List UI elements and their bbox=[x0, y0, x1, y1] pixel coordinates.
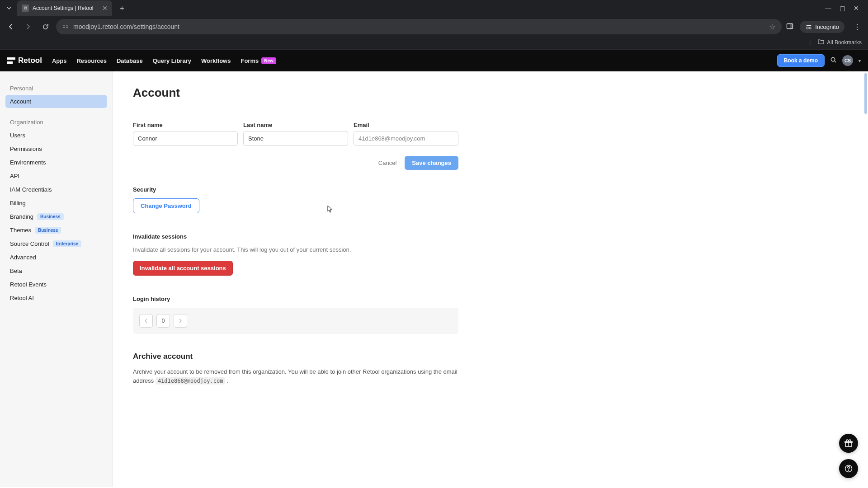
folder-icon bbox=[818, 39, 824, 46]
first-name-input[interactable] bbox=[133, 131, 238, 146]
sidebar-item-branding[interactable]: Branding Business bbox=[5, 210, 107, 223]
sidebar-item-themes[interactable]: Themes Business bbox=[5, 224, 107, 237]
name-email-row: First name Last name Email bbox=[133, 122, 458, 146]
nav-apps[interactable]: Apps bbox=[52, 57, 67, 64]
change-password-button[interactable]: Change Password bbox=[133, 198, 199, 213]
nav-query-library[interactable]: Query Library bbox=[153, 57, 191, 64]
nav-forward-button[interactable] bbox=[22, 20, 34, 33]
sidebar-item-iam-credentials[interactable]: IAM Credentials bbox=[5, 183, 107, 196]
settings-content: Account First name Last name Email Cance… bbox=[113, 71, 868, 487]
logo-mark-icon bbox=[7, 57, 15, 64]
address-bar: moodjoy1.retool.com/settings/account ☆ I… bbox=[0, 16, 868, 37]
minimize-button[interactable]: — bbox=[825, 5, 831, 12]
logo-text: Retool bbox=[18, 56, 42, 65]
help-fab[interactable] bbox=[839, 459, 858, 478]
invalidate-sessions-desc: Invalidate all sessions for your account… bbox=[133, 245, 458, 254]
chevron-right-icon bbox=[179, 319, 182, 323]
incognito-icon bbox=[805, 24, 812, 29]
sidebar-item-beta[interactable]: Beta bbox=[5, 264, 107, 277]
save-changes-button[interactable]: Save changes bbox=[405, 156, 458, 170]
url-field[interactable]: moodjoy1.retool.com/settings/account ☆ bbox=[56, 19, 782, 34]
svg-point-7 bbox=[809, 27, 811, 29]
sidebar-item-retool-events[interactable]: Retool Events bbox=[5, 278, 107, 291]
sidebar-item-source-control[interactable]: Source Control Enterprise bbox=[5, 237, 107, 250]
nav-reload-button[interactable] bbox=[39, 20, 52, 33]
sidebar-item-permissions[interactable]: Permissions bbox=[5, 142, 107, 155]
close-window-button[interactable]: ✕ bbox=[854, 5, 859, 12]
gift-fab[interactable] bbox=[839, 434, 858, 453]
side-panel-icon[interactable] bbox=[786, 23, 793, 31]
avatar[interactable]: CS bbox=[842, 55, 853, 66]
sidebar-item-account[interactable]: Account bbox=[5, 95, 107, 108]
invalidate-sessions-heading: Invalidate sessions bbox=[133, 233, 458, 240]
pager-prev-button[interactable] bbox=[139, 314, 153, 328]
tab-strip: ⧉ Account Settings | Retool ✕ ＋ — ▢ ✕ bbox=[0, 0, 868, 16]
scrollbar-thumb[interactable] bbox=[864, 73, 867, 114]
login-history-heading: Login history bbox=[133, 296, 458, 302]
first-name-label: First name bbox=[133, 122, 238, 128]
book-demo-button[interactable]: Book a demo bbox=[777, 54, 825, 67]
browser-chrome: ⧉ Account Settings | Retool ✕ ＋ — ▢ ✕ mo… bbox=[0, 0, 868, 50]
svg-rect-2 bbox=[63, 27, 65, 28]
tab-close-button[interactable]: ✕ bbox=[102, 5, 108, 12]
site-settings-icon[interactable] bbox=[62, 23, 69, 31]
nav-database[interactable]: Database bbox=[117, 57, 143, 64]
maximize-button[interactable]: ▢ bbox=[840, 5, 845, 12]
last-name-label: Last name bbox=[243, 122, 348, 128]
all-bookmarks-link[interactable]: All Bookmarks bbox=[827, 39, 862, 46]
browser-tab[interactable]: ⧉ Account Settings | Retool ✕ bbox=[17, 0, 112, 16]
top-nav: Apps Resources Database Query Library Wo… bbox=[52, 57, 276, 64]
nav-back-button[interactable] bbox=[5, 20, 17, 33]
nav-workflows[interactable]: Workflows bbox=[201, 57, 231, 64]
cancel-button[interactable]: Cancel bbox=[378, 160, 396, 166]
sidebar-item-advanced[interactable]: Advanced bbox=[5, 251, 107, 264]
pager-current-page: 0 bbox=[156, 314, 170, 328]
logo[interactable]: Retool bbox=[7, 56, 42, 65]
nav-resources[interactable]: Resources bbox=[76, 57, 106, 64]
login-history-pager: 0 bbox=[133, 308, 458, 334]
nav-forms[interactable]: Forms New bbox=[241, 57, 276, 64]
account-menu-caret[interactable]: ▾ bbox=[859, 58, 861, 63]
invalidate-sessions-button[interactable]: Invalidate all account sessions bbox=[133, 261, 233, 276]
gift-icon bbox=[844, 439, 853, 448]
search-button[interactable] bbox=[830, 56, 837, 65]
email-input bbox=[354, 131, 458, 146]
help-icon bbox=[844, 464, 853, 473]
incognito-label: Incognito bbox=[815, 23, 839, 30]
sidebar-item-retool-ai[interactable]: Retool AI bbox=[5, 291, 107, 305]
svg-rect-0 bbox=[63, 25, 65, 26]
app-header: Retool Apps Resources Database Query Lib… bbox=[0, 50, 868, 71]
svg-rect-3 bbox=[66, 27, 68, 28]
chevron-down-icon bbox=[6, 5, 12, 11]
archive-account-heading: Archive account bbox=[133, 352, 458, 361]
sidebar-item-api[interactable]: API bbox=[5, 169, 107, 183]
sidebar-item-billing[interactable]: Billing bbox=[5, 197, 107, 210]
settings-sidebar: Personal Account Organization Users Perm… bbox=[0, 71, 113, 487]
email-label: Email bbox=[354, 122, 458, 128]
favicon-icon: ⧉ bbox=[22, 5, 29, 12]
browser-menu-button[interactable]: ⋮ bbox=[851, 21, 863, 33]
sidebar-item-environments[interactable]: Environments bbox=[5, 156, 107, 169]
enterprise-badge: Enterprise bbox=[53, 240, 81, 247]
url-text: moodjoy1.retool.com/settings/account bbox=[73, 23, 179, 30]
svg-point-12 bbox=[848, 470, 849, 471]
svg-rect-5 bbox=[790, 24, 793, 28]
sidebar-section-organization: Organization bbox=[5, 116, 107, 128]
bookmark-star-button[interactable]: ☆ bbox=[769, 23, 775, 31]
chevron-left-icon bbox=[144, 319, 148, 323]
new-badge: New bbox=[261, 57, 276, 64]
sidebar-item-users[interactable]: Users bbox=[5, 129, 107, 142]
incognito-indicator[interactable]: Incognito bbox=[800, 21, 844, 33]
svg-point-6 bbox=[807, 27, 808, 29]
app-body: Personal Account Organization Users Perm… bbox=[0, 71, 868, 487]
pager-next-button[interactable] bbox=[174, 314, 187, 328]
tab-list-dropdown[interactable] bbox=[4, 3, 14, 14]
scrollbar[interactable] bbox=[863, 71, 868, 487]
svg-point-8 bbox=[831, 57, 835, 61]
last-name-input[interactable] bbox=[243, 131, 348, 146]
arrow-right-icon bbox=[24, 23, 32, 30]
new-tab-button[interactable]: ＋ bbox=[116, 2, 128, 14]
svg-rect-1 bbox=[66, 25, 68, 26]
search-icon bbox=[830, 56, 837, 63]
business-badge: Business bbox=[37, 213, 63, 220]
